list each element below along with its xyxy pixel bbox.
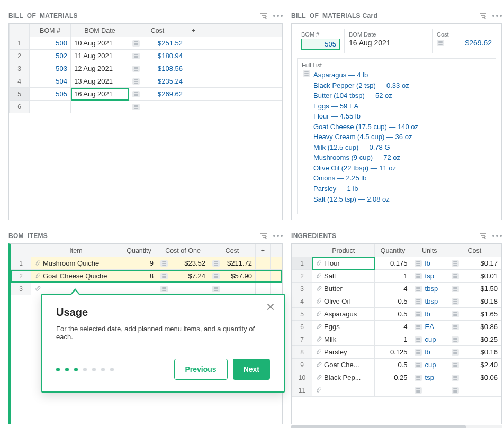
col-bom-no[interactable]: BOM # [30,24,71,37]
usage-popover: Usage For the selected date, add planned… [41,294,285,393]
ing-grid[interactable]: Product Quantity Units Cost 1Flour0.175l… [292,244,501,397]
col-add[interactable]: + [256,244,271,257]
record-icon [160,286,168,292]
table-row[interactable]: 250211 Aug 2021$180.94 [10,50,282,62]
list-item[interactable]: Salt (12.5 tsp) — 2.08 oz [302,195,491,204]
table-row[interactable]: 450413 Aug 2021$235.24 [10,75,282,88]
record-icon [415,298,422,305]
record-icon [415,273,422,279]
list-item[interactable]: Onions — 2.25 lb [302,174,491,183]
record-icon [415,387,422,394]
record-icon [415,311,422,317]
record-icon [452,336,459,343]
previous-button[interactable]: Previous [174,359,228,380]
filter-icon[interactable] [479,12,487,20]
table-row[interactable]: 2Salt1tsp$0.01 [292,270,501,283]
table-row[interactable]: 2Goat Cheese Quiche8$7.24$57.90 [11,270,282,283]
card-cost-value: $269.62 [465,39,492,47]
record-icon [212,260,220,267]
card-date-value[interactable]: 16 Aug 2021 [349,39,391,47]
card-bomno-value[interactable]: 505 [301,39,340,50]
items-grid[interactable]: Item Quantity Cost of One Cost + 1Mushro… [11,244,282,295]
table-row[interactable]: 7Milk1cup$0.25 [292,333,501,346]
col-bom-cost[interactable]: Cost [129,24,186,37]
table-row[interactable]: 6 [10,101,282,113]
full-list: Asparagus — 4 lbBlack Pepper (2 tsp) — 0… [302,70,491,204]
record-icon [452,387,459,394]
full-list-label: Full List [302,62,491,68]
record-icon [452,286,459,292]
record-icon [452,273,459,279]
list-item[interactable]: Flour — 4.55 lb [302,112,491,121]
list-item[interactable]: Mushrooms (9 cup) — 72 oz [302,153,491,162]
list-item[interactable]: Black Pepper (2 tsp) — 0.33 oz [302,81,491,90]
table-row[interactable]: 6Eggs4EA$0.86 [292,321,501,333]
table-row[interactable]: 5Asparagus0.5lb$1.65 [292,308,501,321]
table-row[interactable]: 3 [11,283,282,295]
filter-icon[interactable] [479,232,487,240]
record-icon [452,311,459,317]
bom-panel: BILL_OF_MATERIALS BOM # BOM Date Cost [8,8,283,220]
hscrollbar[interactable] [291,425,502,428]
table-row[interactable]: 8Parsley0.125lb$0.16 [292,346,501,359]
table-row[interactable]: 10Black Pep...0.25tsp$0.06 [292,371,501,384]
record-icon [452,375,459,381]
table-row[interactable]: 550516 Aug 2021$269.62 [10,88,282,101]
bom-grid[interactable]: BOM # BOM Date Cost + 150010 Aug 2021$25… [9,24,282,113]
col-qty[interactable]: Quantity [121,244,157,257]
next-button[interactable]: Next [233,359,270,380]
list-item[interactable]: Milk (12.5 cup) — 0.78 G [302,143,491,152]
table-row[interactable]: 350312 Aug 2021$108.56 [10,62,282,75]
col-bom-date[interactable]: BOM Date [71,24,129,37]
more-icon[interactable] [273,15,283,17]
filter-icon[interactable] [259,232,268,240]
popover-text: For the selected date, add planned menu … [56,325,270,341]
list-item[interactable]: Parsley — 1 lb [302,184,491,194]
record-icon [160,273,168,279]
close-icon[interactable] [266,302,275,313]
table-row[interactable]: 11 [292,384,501,397]
col-qty[interactable]: Quantity [375,244,411,257]
popover-title: Usage [56,306,270,318]
record-icon [212,286,220,292]
card-bomno-label: BOM # [301,31,340,38]
table-row[interactable]: 4Olive Oil0.5tbsp$0.18 [292,295,501,308]
card-date-label: BOM Date [349,31,428,38]
record-icon [415,349,422,356]
bom-title: BILL_OF_MATERIALS [8,12,78,20]
record-icon [415,362,422,368]
list-item[interactable]: Eggs — 59 EA [302,102,491,111]
more-icon[interactable] [492,15,502,17]
col-cost[interactable]: Cost [448,244,501,257]
record-icon [415,260,422,267]
list-item[interactable]: Asparagus — 4 lb [302,70,491,80]
filter-icon[interactable] [259,12,268,20]
record-icon [452,260,459,267]
bom-card-panel: BILL_OF_MATERIALS Card BOM # 505 BOM Dat… [291,8,502,220]
record-icon [303,70,310,77]
list-item[interactable]: Butter (104 tbsp) — 52 oz [302,91,491,101]
list-item[interactable]: Goat Cheese (17.5 cup) — 140 oz [302,122,491,132]
record-icon [415,286,422,292]
step-indicator [56,368,114,371]
col-add[interactable]: + [186,24,201,37]
col-item[interactable]: Item [31,244,121,257]
col-product[interactable]: Product [312,244,375,257]
table-row[interactable]: 1Mushroom Quiche9$23.52$211.72 [11,257,282,270]
list-item[interactable]: Heavy Cream (4.5 cup) — 36 oz [302,132,491,142]
record-icon [437,40,444,46]
ing-title: INGREDIENTS [291,232,336,240]
table-row[interactable]: 9Goat Che...0.5cup$2.40 [292,359,501,371]
record-icon [452,298,459,305]
record-icon [132,78,140,85]
col-cost[interactable]: Cost [209,244,256,257]
col-costone[interactable]: Cost of One [157,244,209,257]
record-icon [415,375,422,381]
col-units[interactable]: Units [411,244,448,257]
more-icon[interactable] [492,235,502,237]
table-row[interactable]: 1Flour0.175lb$0.17 [292,257,501,270]
list-item[interactable]: Olive Oil (22 tbsp) — 11 oz [302,163,491,173]
more-icon[interactable] [273,235,283,237]
table-row[interactable]: 3Butter4tbsp$1.50 [292,283,501,295]
table-row[interactable]: 150010 Aug 2021$251.52 [10,37,282,50]
